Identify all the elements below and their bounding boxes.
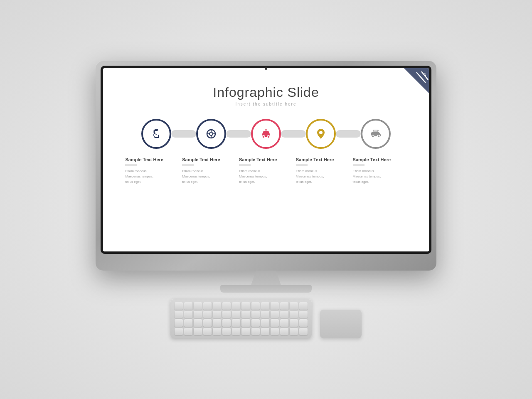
monitor-bezel: 1 Infographic Slide Insert the subtitle … [101,66,431,254]
screen: 1 Infographic Slide Insert the subtitle … [103,68,429,251]
key [232,319,240,327]
timeline-section: Sample Text Here Etiam rhoncus.Maecenas … [120,119,412,185]
connector-4 [336,130,361,138]
key [261,311,269,318]
key [280,328,288,335]
key [299,328,308,335]
label-body-3: Etiam rhoncus.Maecenas tempus,tellus ege… [239,169,267,185]
circle-item-4 [306,119,336,149]
key [271,319,279,327]
key [175,302,183,310]
key [299,311,308,318]
labels-row: Sample Text Here Etiam rhoncus.Maecenas … [120,157,412,185]
svg-point-18 [377,135,380,138]
key [251,319,260,327]
key [271,328,279,335]
key [184,302,192,310]
seat-icon [149,126,164,141]
key [251,328,260,335]
key [251,302,260,310]
connector-2 [226,130,251,138]
label-title-4: Sample Text Here [296,157,334,162]
circles-row [120,119,412,149]
circle-item-2 [196,119,226,149]
key [271,311,279,318]
wheel-icon [204,126,219,141]
stand-neck [249,271,283,285]
label-title-1: Sample Text Here [125,157,163,162]
key [203,328,212,335]
key [175,319,183,327]
slide-subtitle: Insert the subtitle here [236,102,297,106]
svg-text:1: 1 [424,72,426,76]
key [222,302,231,310]
key [203,302,212,310]
svg-rect-19 [374,130,377,132]
key [232,328,240,335]
key [203,319,212,327]
key [175,311,183,318]
slide-title: Infographic Slide [213,85,319,100]
label-item-5: Sample Text Here Etiam rhoncus.Maecenas … [353,157,407,185]
key [261,319,269,327]
circle-item-1 [141,119,171,149]
key [280,311,288,318]
key [194,319,202,327]
label-title-2: Sample Text Here [182,157,220,162]
key [290,311,298,318]
label-item-2: Sample Text Here Etiam rhoncus.Maecenas … [182,157,236,185]
key [251,311,260,318]
label-title-5: Sample Text Here [353,157,391,162]
label-body-5: Etiam rhoncus.Maecenas tempus,tellus ege… [353,169,381,185]
key [241,311,250,318]
label-body-4: Etiam rhoncus.Maecenas tempus,tellus ege… [296,169,324,185]
monitor-stand [96,271,436,293]
slide: 1 Infographic Slide Insert the subtitle … [103,68,429,251]
svg-point-16 [319,131,323,134]
key [241,319,250,327]
key [280,302,288,310]
scene: 1 Infographic Slide Insert the subtitle … [79,61,453,338]
connector-1 [171,130,196,138]
key [290,302,298,310]
trackpad [320,309,362,338]
key [184,319,192,327]
circle-3 [251,119,281,149]
label-body-2: Etiam rhoncus.Maecenas tempus,tellus ege… [182,169,210,185]
svg-rect-4 [155,129,158,131]
monitor: 1 Infographic Slide Insert the subtitle … [96,61,436,293]
key [213,302,221,310]
label-divider-4 [296,165,308,165]
car-icon [368,126,383,141]
svg-point-13 [267,135,270,138]
key [194,302,202,310]
key [194,328,202,335]
label-title-3: Sample Text Here [239,157,277,162]
key [222,319,231,327]
stand-base [220,285,312,293]
key [184,328,192,335]
key [299,302,308,310]
key [261,302,269,310]
svg-marker-0 [404,68,429,93]
key [213,328,221,335]
key [280,319,288,327]
key [213,319,221,327]
label-item-4: Sample Text Here Etiam rhoncus.Maecenas … [296,157,350,185]
circle-2 [196,119,226,149]
peripherals [170,299,362,338]
key [184,311,192,318]
key [271,302,279,310]
label-divider-3 [239,165,251,165]
label-divider-5 [353,165,365,165]
location-icon [313,126,328,141]
label-item-1: Sample Text Here Etiam rhoncus.Maecenas … [125,157,179,185]
corner-decoration: 1 [404,68,429,93]
key [261,328,269,335]
label-divider-2 [182,165,194,165]
key [290,319,298,327]
circle-4 [306,119,336,149]
key [241,302,250,310]
key [222,311,231,318]
monitor-outer: 1 Infographic Slide Insert the subtitle … [96,61,436,271]
